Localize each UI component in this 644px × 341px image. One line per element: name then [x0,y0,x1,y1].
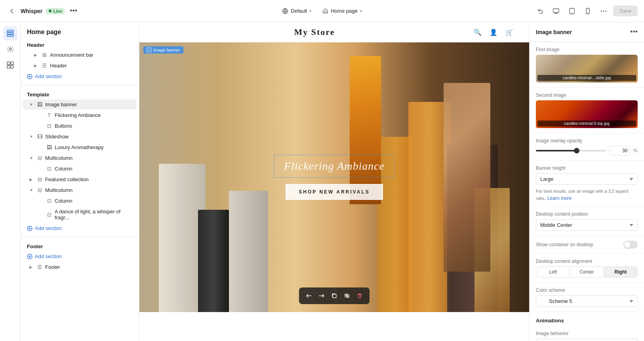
chevron-icon: ▶ [34,53,39,57]
alignment-label: Desktop content alignment [536,259,638,264]
banner-content: Flickering Ambiance SHOP NEW ARRIVALS [274,155,394,200]
first-image-preview[interactable]: candles-minimal-...iddle.jpg [536,55,638,82]
luxury-aromatherapy-item[interactable]: 🖼 Luxury Aromatherapy [23,142,137,152]
move-right-button[interactable] [316,290,328,302]
image-banner-item[interactable]: ▼ 🖼 Image banner [23,100,137,109]
live-dot [49,10,51,12]
slideshow-item[interactable]: ▼ 🎞 Slideshow [23,132,137,142]
alignment-field: Desktop content alignment Left Center Ri… [530,254,644,283]
banner-title-box: Flickering Ambiance [274,155,394,178]
header-tree-item[interactable]: ▶ ☰ Header [23,61,137,71]
header-label: Header [50,63,132,69]
column1-item[interactable]: ⊡ Column [23,164,137,174]
chevron-icon: ▼ [29,134,34,139]
second-image-label: Second image [536,92,638,98]
banner-height-label: Banner height [536,165,638,171]
column2-label: Column [55,198,132,204]
add-section-footer-button[interactable]: Add section [21,251,139,262]
footer-section-label: Footer [21,240,139,251]
store-preview: My Store 🔍 👤 🛒 Image banner [139,22,529,341]
featured-collection-label: Featured collection [45,176,132,182]
add-section-template-button[interactable]: Add section [21,223,139,234]
banner-height-select[interactable]: Large Small Medium Full screen Adapt to … [536,173,638,185]
first-image-label: First image [536,47,638,52]
color-scheme-select[interactable]: Scheme 5 Scheme 1 Scheme 2 Scheme 3 Sche… [536,295,638,307]
candle3 [229,191,268,312]
svg-rect-14 [11,62,13,65]
desktop-view-button[interactable] [550,5,562,17]
panel-more-button[interactable]: ••• [630,28,638,36]
template-section-label: Template [21,88,139,99]
cart-icon[interactable]: 🛒 [505,29,513,36]
show-container-field: Show container on desktop [530,236,644,254]
overlay-opacity-field: Image overlay opacity % [530,133,644,161]
svg-point-7 [603,10,604,11]
mobile-view-button[interactable] [581,5,594,17]
buttons-item[interactable]: ⊡ Buttons [23,121,137,131]
image-behavior-select[interactable]: None Parallax Zoom in [536,339,638,341]
duplicate-button[interactable] [328,290,340,302]
multicolumn2-label: Multicolumn [45,187,124,193]
image-banner-label: Image banner [45,102,132,107]
sections-panel-button[interactable] [3,26,17,40]
announcement-bar-label: Announcement bar [50,52,132,58]
column1-label: Column [55,166,132,172]
svg-point-5 [588,12,589,13]
flickering-ambiance-label: Flickering Ambiance [55,112,132,118]
tablet-view-button[interactable] [566,5,578,17]
second-image-field: Second image candles-minimal-5-top.jpg [530,88,644,133]
dance-text-item[interactable]: ⊡ A dance of light, a whisper of fragr..… [23,207,137,222]
theme-selector[interactable]: Default ▾ [278,6,315,17]
overlay-value-input[interactable] [610,146,630,155]
align-right-button[interactable]: Right [604,267,637,277]
header-section-label: Header [21,39,139,50]
desktop-position-select[interactable]: Middle Center Top Left Top Center Top Ri… [536,219,638,231]
search-icon[interactable]: 🔍 [474,29,482,36]
show-container-toggle[interactable] [623,241,638,249]
apps-panel-button[interactable] [3,58,17,72]
column2-item[interactable]: ⊡ Column [23,196,137,206]
add-section-header-button[interactable]: Add section [21,71,139,82]
image-banner-canvas[interactable]: Image banner [139,42,529,312]
align-center-button[interactable]: Center [570,267,604,277]
undo-button[interactable] [534,5,547,17]
save-button[interactable]: Save [613,6,638,16]
luxury-aromatherapy-label: Luxury Aromatherapy [55,144,132,150]
svg-rect-9 [7,30,13,32]
second-image-preview[interactable]: candles-minimal-5-top.jpg [536,100,638,128]
canvas: My Store 🔍 👤 🛒 Image banner [139,22,529,341]
image-behavior-field: Image behavior None Parallax Zoom in [530,326,644,341]
first-image-field: First image candles-minimal-...iddle.jpg [530,42,644,88]
settings-panel-button[interactable] [3,42,17,56]
page-selector[interactable]: Home page ▾ [318,6,366,16]
shop-now-button[interactable]: SHOP NEW ARRIVALS [286,184,383,200]
more-options-button[interactable]: ••• [68,5,79,17]
multicolumn1-item[interactable]: ▼ ⊟ Multicolumn [23,153,137,163]
add-section-header-label: Add section [35,73,62,79]
color-scheme-field: Color scheme Scheme 5 Scheme 1 Scheme 2 … [530,283,644,312]
chevron-icon: ▼ [29,156,34,160]
footer-tree-item[interactable]: ▶ ☰ Footer [23,262,137,272]
view-more-button[interactable] [597,5,610,17]
multicolumn2-item[interactable]: ▼ ⊟ Multicolumn 👁 [23,185,137,195]
right-panel-header: Image banner ••• [530,22,644,42]
overlay-pct: % [633,148,638,153]
align-left-button[interactable]: Left [536,267,570,277]
back-button[interactable] [6,6,17,17]
color-scheme-label: Color scheme [536,287,638,293]
overlay-slider[interactable] [536,150,606,151]
featured-collection-item[interactable]: ▶ ⊟ Featured collection [23,174,137,184]
topbar-center: Default ▾ Home page ▾ [218,6,425,17]
live-label: Live [53,9,62,13]
page-label: Home page [331,8,357,14]
account-icon[interactable]: 👤 [490,29,497,36]
announcement-bar-item[interactable]: ▶ ⊞ Announcement bar [23,50,137,60]
chevron-icon: ▶ [29,177,34,182]
right-panel: Image banner ••• First image candles-min… [529,22,644,341]
learn-more-link[interactable]: Learn more [547,195,572,201]
hide-button[interactable] [341,290,353,302]
delete-button[interactable] [354,290,366,302]
slideshow-label: Slideshow [45,134,132,140]
flickering-ambiance-item[interactable]: T Flickering Ambiance [23,110,137,120]
move-left-button[interactable] [303,290,315,302]
